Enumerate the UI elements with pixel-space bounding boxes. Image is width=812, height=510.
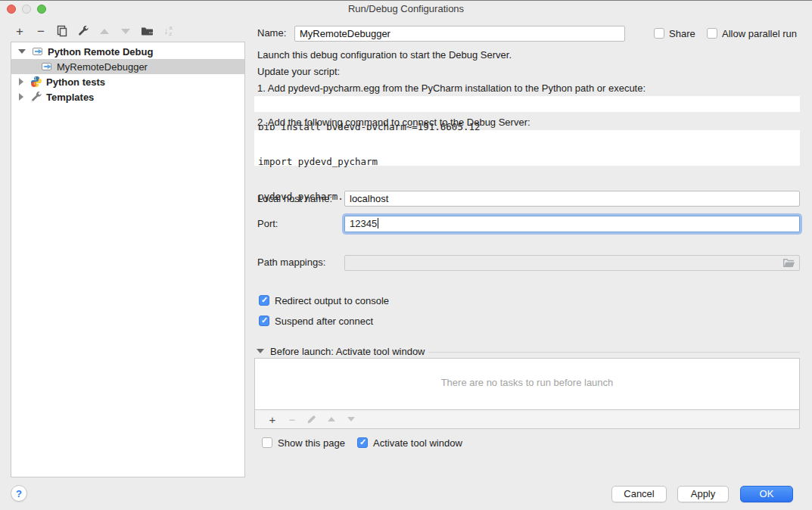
local-host-name-input[interactable] <box>344 191 800 207</box>
show-this-page-checkbox[interactable] <box>262 437 272 448</box>
copy-icon <box>56 25 68 37</box>
step2-text: 2. Add the following command to connect … <box>257 117 530 129</box>
share-label: Share <box>669 28 695 40</box>
edit-task-button[interactable] <box>302 411 322 428</box>
minus-icon: − <box>37 25 45 38</box>
allow-parallel-run-checkbox[interactable] <box>707 28 717 39</box>
pencil-icon <box>306 414 317 424</box>
ok-button[interactable]: OK <box>740 486 793 502</box>
run-config-icon <box>41 61 53 73</box>
local-host-name-label: Local host name: <box>257 191 332 207</box>
show-this-page-label: Show this page <box>278 437 345 449</box>
tree-item-label: Templates <box>46 92 94 103</box>
tree-item-label: Python tests <box>46 76 105 88</box>
intro-line-1: Launch this debug configuration to start… <box>257 49 512 61</box>
port-input[interactable]: 12345 <box>344 216 800 232</box>
before-launch-header: Before launch: Activate tool window <box>270 346 425 358</box>
suspend-after-connect-label: Suspend after connect <box>275 316 373 328</box>
sort-az-icon: ↓ a z <box>163 25 172 37</box>
suspend-after-connect-checkbox[interactable] <box>259 316 269 326</box>
arrow-up-icon <box>328 417 335 421</box>
plus-icon: + <box>269 414 276 425</box>
move-up-button[interactable] <box>94 23 115 39</box>
name-input[interactable] <box>294 26 625 42</box>
remove-configuration-button[interactable]: − <box>30 23 51 39</box>
configurations-toolbar: + − <box>9 23 179 39</box>
activate-tool-window-label: Activate tool window <box>373 437 462 449</box>
copy-configuration-button[interactable] <box>51 23 73 39</box>
redirect-output-label: Redirect output to console <box>275 295 389 307</box>
tree-item-myremotedebugger[interactable]: MyRemoteDebugger <box>11 59 244 74</box>
apply-button[interactable]: Apply <box>677 486 729 502</box>
titlebar[interactable]: Run/Debug Configurations <box>0 1 812 17</box>
expand-arrow-icon[interactable] <box>19 93 23 101</box>
move-task-up-button[interactable] <box>322 411 341 428</box>
arrow-up-icon <box>100 29 109 34</box>
tree-item-label: MyRemoteDebugger <box>57 61 148 73</box>
tree-item-python-remote-debug[interactable]: Python Remote Debug <box>11 44 244 59</box>
add-task-button[interactable]: + <box>263 411 282 428</box>
plus-icon: + <box>16 25 23 38</box>
intro-line-2: Update your script: <box>257 66 340 78</box>
wrench-icon <box>77 25 89 37</box>
collapse-arrow-icon[interactable] <box>18 49 26 54</box>
templates-wrench-icon <box>30 91 42 103</box>
empty-tasks-text: There are no tasks to run before launch <box>255 377 799 388</box>
help-button[interactable]: ? <box>11 485 27 502</box>
window-title: Run/Debug Configurations <box>0 1 812 17</box>
sort-configurations-button[interactable]: ↓ a z <box>157 23 179 39</box>
path-mappings-label: Path mappings: <box>257 255 325 270</box>
minus-icon: − <box>289 414 296 425</box>
move-task-down-button[interactable] <box>341 411 361 428</box>
section-divider <box>428 352 800 353</box>
remove-task-button[interactable]: − <box>282 411 302 428</box>
tree-item-templates[interactable]: Templates <box>11 89 244 104</box>
create-folder-button[interactable] <box>136 23 157 39</box>
tree-item-python-tests[interactable]: Python tests <box>11 74 244 89</box>
path-mappings-input <box>344 255 800 271</box>
python-tests-icon <box>30 76 42 88</box>
expand-arrow-icon[interactable] <box>19 78 23 86</box>
redirect-output-checkbox[interactable] <box>259 295 269 306</box>
move-down-button[interactable] <box>115 23 136 39</box>
cancel-button[interactable]: Cancel <box>611 486 667 502</box>
browse-folder-icon[interactable] <box>782 257 795 269</box>
add-configuration-button[interactable]: + <box>9 23 30 39</box>
configurations-tree: Python Remote Debug MyRemoteDebugger <box>11 42 245 477</box>
before-launch-collapse-icon[interactable] <box>257 349 264 353</box>
folder-add-icon <box>141 25 154 37</box>
step1-text: 1. Add pydevd-pycharm.egg from the PyCha… <box>257 82 646 95</box>
allow-parallel-run-label: Allow parallel run <box>722 28 797 40</box>
settrace-code: import pydevd_pycharm pydevd_pycharm.set… <box>254 130 800 166</box>
text-caret <box>378 218 378 229</box>
name-label: Name: <box>257 26 286 41</box>
port-label: Port: <box>257 216 278 232</box>
run-config-icon <box>32 45 44 58</box>
arrow-down-icon <box>121 29 130 34</box>
arrow-down-icon <box>347 417 355 421</box>
activate-tool-window-checkbox[interactable] <box>357 437 368 448</box>
edit-configuration-button[interactable] <box>73 23 94 39</box>
run-debug-configurations-dialog: Run/Debug Configurations + − <box>0 0 812 510</box>
pip-install-code: pip install pydevd-pycharm~=191.6605.12 <box>254 96 800 112</box>
share-checkbox[interactable] <box>654 28 664 39</box>
tree-item-label: Python Remote Debug <box>48 46 153 58</box>
before-launch-task-list[interactable]: There are no tasks to run before launch <box>254 358 800 410</box>
before-launch-toolbar: + − <box>254 410 800 429</box>
